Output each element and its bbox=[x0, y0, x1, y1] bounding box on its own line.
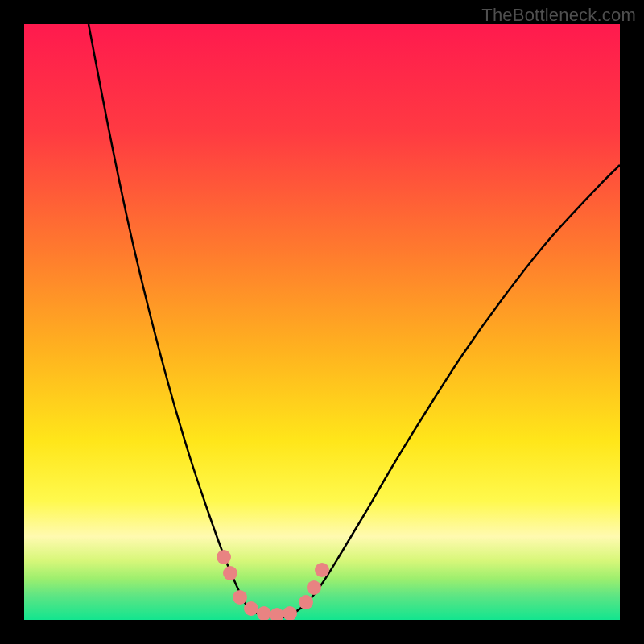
data-marker bbox=[217, 550, 231, 564]
data-marker bbox=[307, 580, 321, 595]
data-marker bbox=[270, 608, 284, 620]
data-marker bbox=[244, 601, 258, 616]
chart-frame bbox=[24, 24, 620, 620]
left-curve-path bbox=[89, 24, 266, 616]
marker-group bbox=[217, 550, 329, 620]
data-marker bbox=[233, 590, 247, 605]
data-marker bbox=[257, 606, 271, 620]
data-marker bbox=[223, 566, 237, 580]
data-marker bbox=[299, 595, 313, 609]
chart-curves bbox=[24, 24, 620, 620]
right-curve-path bbox=[290, 165, 620, 616]
data-marker bbox=[315, 563, 329, 577]
data-marker bbox=[283, 606, 297, 620]
attribution-text: TheBottleneck.com bbox=[481, 5, 636, 26]
